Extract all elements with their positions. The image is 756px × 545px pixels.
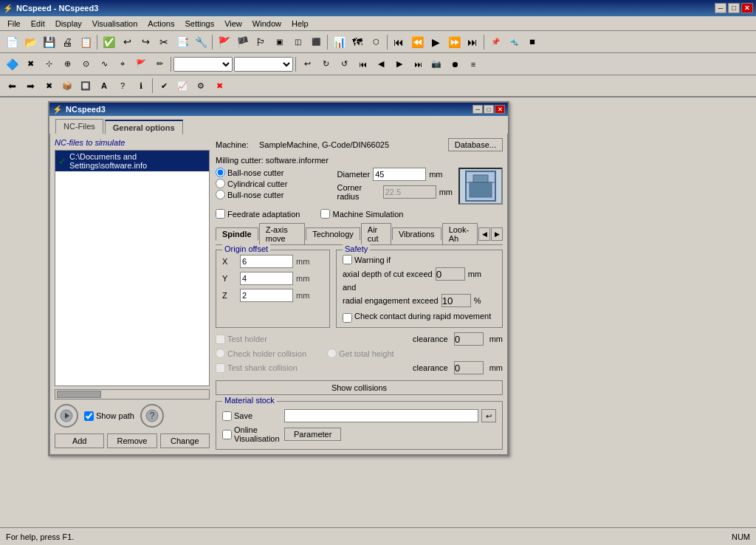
tb-flag2[interactable]: 🏴: [233, 33, 251, 51]
cylindrical-option[interactable]: Cylindrical cutter: [216, 179, 331, 188]
feedrate-checkbox-label[interactable]: Feedrate adaptation: [216, 209, 300, 219]
tab-nc-files[interactable]: NC-Files: [55, 119, 103, 134]
maximize-button[interactable]: □: [728, 3, 740, 13]
show-path-checkbox[interactable]: [84, 411, 94, 421]
tb-prev[interactable]: ⏪: [408, 33, 426, 51]
tb2-record[interactable]: ⏺: [446, 55, 464, 73]
menu-help[interactable]: Help: [287, 18, 313, 29]
test-holder-checkbox[interactable]: [216, 335, 225, 344]
save-label[interactable]: Save: [222, 411, 281, 421]
inner-tab-spindle[interactable]: Spindle: [216, 227, 258, 241]
menu-visualisation[interactable]: Visualisation: [88, 18, 142, 29]
test-shank-label[interactable]: Test shank collision: [216, 363, 298, 373]
tb2-t2[interactable]: ↻: [317, 55, 334, 73]
menu-view[interactable]: View: [220, 18, 247, 29]
tb2-t5[interactable]: ◀: [372, 55, 390, 73]
left-round-btn[interactable]: [55, 404, 78, 428]
inner-tab-technology[interactable]: Technology: [306, 227, 360, 240]
tb3-help[interactable]: ?: [114, 77, 131, 95]
tb-paste[interactable]: 📑: [173, 33, 191, 51]
diameter-input[interactable]: [373, 168, 426, 181]
tb-redo[interactable]: ↪: [137, 33, 154, 51]
tb-seek-end[interactable]: ⏭: [464, 33, 481, 51]
tb-shape3[interactable]: ⬛: [307, 33, 325, 51]
dialog-minimize[interactable]: ─: [472, 105, 483, 114]
tb-check[interactable]: ✅: [100, 33, 117, 51]
tb2-cursor-x[interactable]: ✖: [21, 55, 39, 73]
show-path-label[interactable]: Show path: [84, 411, 134, 421]
tb-flag1[interactable]: 🚩: [215, 33, 233, 51]
save-path-input[interactable]: [284, 409, 478, 422]
change-button[interactable]: Change: [160, 433, 210, 448]
show-collisions-button[interactable]: Show collisions: [216, 380, 503, 395]
tb2-cursor-y[interactable]: ⊹: [40, 55, 58, 73]
tb-new[interactable]: 📄: [3, 33, 21, 51]
tb-shape2[interactable]: ◫: [289, 33, 306, 51]
feedrate-checkbox[interactable]: [216, 209, 225, 219]
tb-copy[interactable]: 📋: [77, 33, 94, 51]
tb2-cube[interactable]: 🔷: [3, 55, 21, 73]
tb3-box[interactable]: 📦: [58, 77, 76, 95]
ball-nose-option[interactable]: Ball-nose cutter: [216, 168, 331, 177]
tb3-chart[interactable]: 📈: [173, 77, 191, 95]
tb2-t7[interactable]: ⏭: [409, 55, 427, 73]
tb2-lines[interactable]: ≡: [464, 55, 482, 73]
tb-open[interactable]: 📂: [21, 33, 39, 51]
add-button[interactable]: Add: [55, 433, 104, 448]
tb2-wave[interactable]: ∿: [95, 55, 113, 73]
menu-actions[interactable]: Actions: [143, 18, 179, 29]
tb2-flag[interactable]: 🚩: [132, 55, 150, 73]
scrollbar-horizontal[interactable]: [55, 389, 210, 400]
check-contact-checkbox[interactable]: [343, 313, 352, 323]
tb2-circle[interactable]: ⊙: [77, 55, 94, 73]
remove-button[interactable]: Remove: [107, 433, 157, 448]
tb-map[interactable]: 🗺: [348, 33, 366, 51]
menu-edit[interactable]: Edit: [27, 18, 49, 29]
x-input[interactable]: [240, 255, 293, 268]
tb2-pencil[interactable]: ✏: [151, 55, 168, 73]
tb3-left[interactable]: ⬅: [3, 77, 21, 95]
tab-scroll-right[interactable]: ▶: [491, 227, 503, 241]
tb2-t4[interactable]: ⏮: [354, 55, 371, 73]
tb3-right[interactable]: ➡: [21, 77, 39, 95]
machine-sim-label[interactable]: Machine Simulation: [320, 209, 403, 219]
tb2-t6[interactable]: ▶: [391, 55, 408, 73]
dialog-close[interactable]: ✕: [495, 105, 505, 114]
tb-print[interactable]: 🖨: [58, 33, 76, 51]
list-item[interactable]: ✓ C:\Documents and Settings\software.inf…: [55, 151, 209, 171]
tb2-t1[interactable]: ↩: [298, 55, 316, 73]
tb-pin[interactable]: 📌: [487, 33, 504, 51]
check-contact-label[interactable]: Check contact during rapid movement: [343, 312, 496, 323]
menu-window[interactable]: Window: [248, 18, 286, 29]
tb-flag3[interactable]: 🏳: [252, 33, 269, 51]
tb3-gear[interactable]: ⚙: [192, 77, 210, 95]
menu-file[interactable]: File: [3, 18, 25, 29]
save-checkbox[interactable]: [222, 411, 232, 421]
tb-shape1[interactable]: ▣: [270, 33, 288, 51]
right-round-btn[interactable]: ?: [140, 404, 164, 428]
tb3-info[interactable]: ℹ: [132, 77, 150, 95]
tb-chart[interactable]: 📊: [330, 33, 348, 51]
browse-button[interactable]: ↩: [481, 409, 496, 422]
online-vis-label[interactable]: Online Visualisation: [222, 425, 281, 443]
tb-wrench[interactable]: 🔧: [192, 33, 210, 51]
tab-scroll-left[interactable]: ◀: [478, 227, 490, 241]
tb2-camera[interactable]: 📷: [427, 55, 445, 73]
tb-next[interactable]: ⏩: [445, 33, 463, 51]
tb-tool[interactable]: 🔩: [505, 33, 523, 51]
tb3-x[interactable]: ✖: [210, 77, 228, 95]
inner-tab-vibrations[interactable]: Vibrations: [392, 227, 441, 240]
file-list[interactable]: ✓ C:\Documents and Settings\software.inf…: [55, 150, 210, 386]
z-input[interactable]: [240, 289, 293, 302]
tb3-text[interactable]: A: [95, 77, 113, 95]
online-vis-checkbox[interactable]: [222, 430, 232, 439]
tb2-axis[interactable]: ⌖: [114, 55, 131, 73]
tb-save[interactable]: 💾: [40, 33, 58, 51]
warning-if-label[interactable]: Warning if: [343, 255, 496, 264]
tb-cut[interactable]: ✂: [155, 33, 173, 51]
tb3-check[interactable]: ✔: [155, 77, 173, 95]
close-button[interactable]: ✕: [741, 3, 753, 13]
tb-play[interactable]: ▶: [427, 33, 444, 51]
inner-tab-zaxis[interactable]: Z-axis move: [259, 223, 305, 244]
dropdown-1[interactable]: [173, 57, 233, 72]
